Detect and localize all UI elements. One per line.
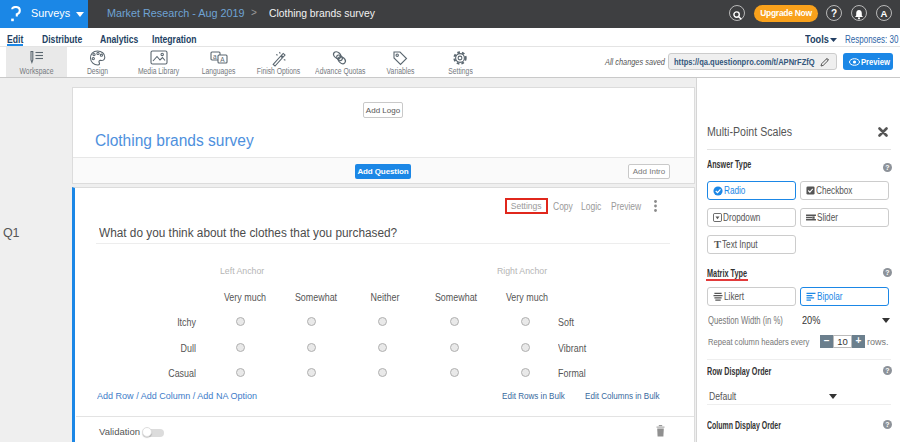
svg-text:a: a xyxy=(213,53,217,60)
svg-text:A: A xyxy=(220,56,225,63)
